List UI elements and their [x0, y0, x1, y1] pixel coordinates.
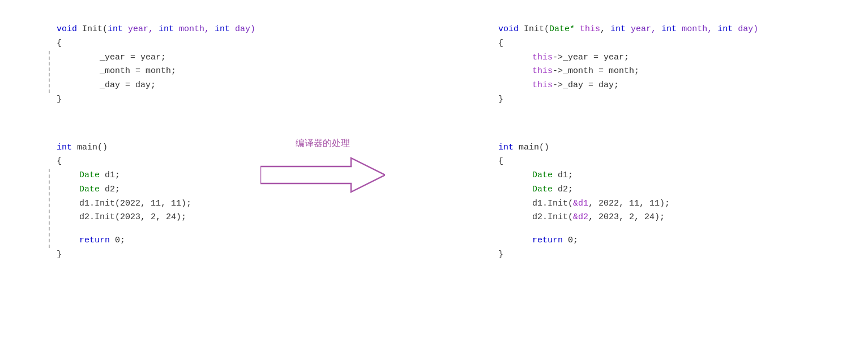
arrow-label: 编译器的处理 — [296, 136, 350, 151]
left-main-gap — [57, 225, 396, 234]
right-func-line3: this->_year = year; — [498, 51, 849, 65]
kw-void-left: void — [57, 24, 77, 34]
right-func-block: void Init(Date* this, int year, int mont… — [487, 23, 849, 107]
right-main-line5: d1.Init(&d1, 2022, 11, 11); — [498, 197, 849, 211]
right-main-line8: } — [487, 248, 849, 262]
right-func-line5: this->_day = day; — [498, 79, 849, 93]
kw-int-left-2: int — [159, 24, 174, 34]
arrow-svg — [260, 155, 385, 195]
right-main-line6: d2.Init(&d2, 2023, 2, 24); — [498, 211, 849, 225]
left-func-line4: _month = month; — [57, 65, 396, 79]
param-day-left: day) — [230, 24, 255, 34]
right-main-line1: int main() — [487, 141, 849, 155]
left-func-line2: { — [45, 37, 396, 51]
kw-int-left-3: int — [215, 24, 230, 34]
left-func-line5: _day = day; — [57, 79, 396, 93]
left-main-line7: return 0; — [57, 234, 396, 248]
right-func-line1: void Init(Date* this, int year, int mont… — [487, 23, 849, 37]
left-func-block: void Init(int year, int month, int day) … — [45, 23, 396, 107]
param-month-left: month, — [174, 24, 215, 34]
right-main-line4: Date d2; — [498, 183, 849, 197]
left-main-line8: } — [45, 248, 396, 262]
left-func-line6: } — [45, 93, 396, 107]
svg-marker-0 — [260, 158, 385, 192]
kw-int-left-1: int — [108, 24, 123, 34]
left-main-line5: d1.Init(2022, 11, 11); — [57, 197, 396, 211]
left-func-line3: _year = year; — [57, 51, 396, 65]
left-main-name: main() — [72, 143, 108, 152]
right-main-line7: return 0; — [498, 234, 849, 248]
right-func-line6: } — [487, 93, 849, 107]
right-main-block: int main() { Date d1; Date d2; d1.Init(&… — [487, 141, 849, 262]
left-main-line6: d2.Init(2023, 2, 24); — [57, 211, 396, 225]
main-container: void Init(int year, int month, int day) … — [0, 0, 868, 346]
param-year-left: year, — [123, 24, 159, 34]
right-panel: void Init(Date* this, int year, int mont… — [453, 0, 849, 285]
arrow-area: 编译器的处理 — [238, 136, 408, 195]
right-func-line4: this->_month = month; — [498, 65, 849, 79]
right-main-line3: Date d1; — [498, 169, 849, 183]
left-func-line1: void Init(int year, int month, int day) — [45, 23, 396, 37]
kw-int-main-left: int — [57, 143, 72, 152]
right-func-line2: { — [487, 37, 849, 51]
left-func-name: Init( — [77, 24, 108, 34]
right-main-line2: { — [487, 155, 849, 169]
